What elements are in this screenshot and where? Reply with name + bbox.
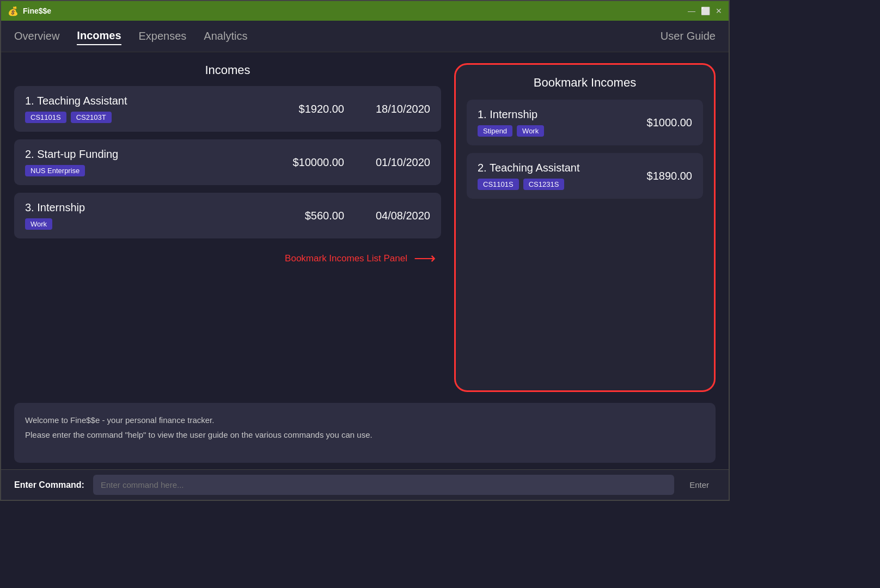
bookmark-item-1-title: 1. Internship (478, 108, 544, 121)
main-content: Incomes 1. Teaching Assistant CS1101S CS… (1, 52, 729, 403)
income-item-2-tags: NUS Enterprise (25, 165, 118, 176)
enter-button[interactable]: Enter (683, 476, 716, 494)
bookmark-item-2[interactable]: 2. Teaching Assistant CS1101S CS1231S $1… (467, 153, 703, 199)
income-item-2-date: 01/10/2020 (370, 156, 430, 169)
income-item-1-left: 1. Teaching Assistant CS1101S CS2103T (25, 95, 127, 123)
income-item-1-amount: $1920.00 (284, 103, 344, 115)
maximize-button[interactable]: ⬜ (701, 7, 710, 15)
title-bar-left: 💰 Fine$$e (8, 6, 51, 16)
income-item-1-tags: CS1101S CS2103T (25, 112, 127, 123)
bookmark-item-1-left: 1. Internship Stipend Work (478, 108, 544, 137)
message-area: Welcome to Fine$$e - your personal finan… (14, 403, 716, 463)
nav-user-guide[interactable]: User Guide (661, 30, 716, 42)
tag-stipend: Stipend (478, 125, 512, 137)
bookmark-item-2-amount: $1890.00 (632, 170, 692, 182)
bookmark-item-2-title: 2. Teaching Assistant (478, 162, 580, 174)
bookmark-item-1[interactable]: 1. Internship Stipend Work $1000.00 (467, 100, 703, 145)
income-item-2[interactable]: 2. Start-up Funding NUS Enterprise $1000… (14, 139, 441, 185)
income-item-3[interactable]: 3. Internship Work $560.00 04/08/2020 (14, 193, 441, 238)
income-item-3-date: 04/08/2020 (370, 210, 430, 222)
nav-items: Overview Incomes Expenses Analytics (14, 27, 661, 45)
app-icon: 💰 (8, 6, 19, 16)
minimize-button[interactable]: — (688, 7, 695, 15)
tag-cs1101s: CS1101S (25, 112, 66, 123)
right-panel: Bookmark Incomes 1. Internship Stipend W… (454, 63, 716, 392)
income-item-2-amount: $10000.00 (284, 156, 344, 169)
income-item-1[interactable]: 1. Teaching Assistant CS1101S CS2103T $1… (14, 86, 441, 132)
tag-nus-enterprise: NUS Enterprise (25, 165, 85, 176)
close-button[interactable]: ✕ (716, 7, 722, 15)
annotation-arrow-icon: ⟶ (414, 249, 436, 267)
message-line-1: Welcome to Fine$$e - your personal finan… (25, 413, 705, 427)
message-line-2: Please enter the command "help" to view … (25, 427, 705, 442)
tag-cs1231s-bm: CS1231S (523, 179, 565, 190)
income-item-1-date: 18/10/2020 (370, 103, 430, 115)
income-list: 1. Teaching Assistant CS1101S CS2103T $1… (14, 86, 441, 238)
title-bar: 💰 Fine$$e — ⬜ ✕ (1, 1, 729, 21)
annotation-text: Bookmark Incomes List Panel (285, 253, 407, 264)
left-panel: Incomes 1. Teaching Assistant CS1101S CS… (14, 63, 441, 392)
window-controls[interactable]: — ⬜ ✕ (688, 7, 722, 15)
bookmark-item-1-tags: Stipend Work (478, 125, 544, 137)
nav-item-incomes[interactable]: Incomes (77, 27, 121, 45)
tag-work-bookmark: Work (517, 125, 544, 137)
command-label: Enter Command: (14, 480, 84, 490)
bookmark-item-1-amount: $1000.00 (632, 117, 692, 129)
income-item-2-right: $10000.00 01/10/2020 (284, 156, 430, 169)
bookmark-panel: Bookmark Incomes 1. Internship Stipend W… (454, 63, 716, 392)
bookmark-panel-title: Bookmark Incomes (467, 76, 703, 90)
nav-item-overview[interactable]: Overview (14, 28, 59, 45)
income-item-3-title: 3. Internship (25, 201, 85, 214)
nav-item-expenses[interactable]: Expenses (139, 28, 187, 45)
tag-cs1101s-bm: CS1101S (478, 179, 519, 190)
income-item-3-tags: Work (25, 218, 85, 230)
income-item-1-title: 1. Teaching Assistant (25, 95, 127, 107)
income-item-3-amount: $560.00 (284, 210, 344, 222)
command-bar: Enter Command: Enter (1, 469, 729, 500)
income-item-3-right: $560.00 04/08/2020 (284, 210, 430, 222)
command-input[interactable] (93, 475, 674, 495)
bookmark-item-2-left: 2. Teaching Assistant CS1101S CS1231S (478, 162, 580, 190)
income-item-1-right: $1920.00 18/10/2020 (284, 103, 430, 115)
tag-work: Work (25, 218, 52, 230)
income-item-2-left: 2. Start-up Funding NUS Enterprise (25, 148, 118, 176)
income-item-2-title: 2. Start-up Funding (25, 148, 118, 161)
nav-item-analytics[interactable]: Analytics (204, 28, 247, 45)
nav-bar: Overview Incomes Expenses Analytics User… (1, 21, 729, 52)
income-item-3-left: 3. Internship Work (25, 201, 85, 230)
tag-cs2103t: CS2103T (71, 112, 112, 123)
annotation-area: Bookmark Incomes List Panel ⟶ (14, 249, 441, 267)
bookmark-item-2-tags: CS1101S CS1231S (478, 179, 580, 190)
incomes-panel-title: Incomes (14, 63, 441, 77)
app-title: Fine$$e (23, 7, 51, 15)
